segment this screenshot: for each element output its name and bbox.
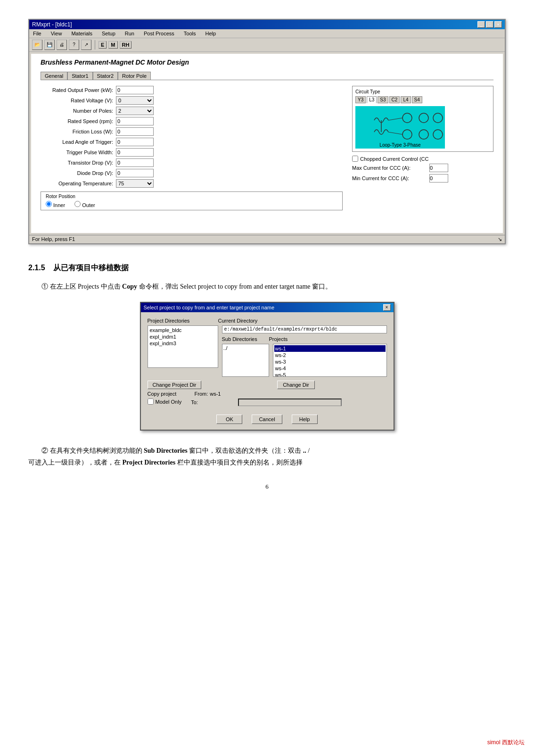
close-btn[interactable]: × [494,21,502,28]
step2-bold2: .. [303,447,306,454]
step2-mid: 窗口中，双击欲选的文件夹（注：双击 [189,447,301,454]
to-input[interactable] [238,399,342,406]
tab-stator2[interactable]: Stator2 [93,72,118,80]
input-rated-output-power[interactable] [116,86,154,94]
radio-outer[interactable]: Outer [74,201,95,208]
project-item-1[interactable]: ws-2 [274,352,386,358]
toolbar-cursor[interactable]: ↗ [81,40,91,50]
label-friction-loss: Friction Loss (W): [41,129,116,134]
project-item-4[interactable]: ws-5 [274,372,386,377]
change-dir-btn[interactable]: Change Dir [277,381,315,389]
radio-inner-input[interactable] [46,201,52,207]
menu-postprocess[interactable]: Post Process [142,30,176,37]
dialog-title: Select project to copy from and enter ta… [144,305,275,310]
help-btn[interactable]: Help [292,415,318,424]
menu-tools[interactable]: Tools [182,30,198,37]
dialog-close-btn[interactable]: × [383,304,391,311]
chopped-current-checkbox[interactable] [352,156,358,162]
proj-dir-item-0[interactable]: example_bldc [149,327,217,333]
model-to-container: Model Only To: [148,399,387,411]
radio-outer-input[interactable] [74,201,81,207]
circuit-tab-s4[interactable]: S4 [412,96,422,103]
form-right: Circuit Type Y3 L3 S3 C2 L4 S4 [352,86,493,210]
select-num-poles[interactable]: 2 [116,107,154,115]
toolbar-rh-label[interactable]: RH [120,41,132,49]
to-label: To: [191,399,238,405]
cancel-btn[interactable]: Cancel [252,415,282,424]
circuit-tab-l3[interactable]: L3 [367,96,377,103]
copy-from-label: From: [195,391,208,397]
inner-label: Inner [53,202,65,208]
rotor-position-label: Rotor Position [46,194,337,199]
label-rated-voltage: Rated Voltage (V): [41,98,116,103]
input-friction-loss[interactable] [116,127,154,136]
select-operating-temp[interactable]: 75 [116,179,154,188]
circuit-tabs: Y3 L3 S3 C2 L4 S4 [355,96,490,103]
form-left: Rated Output Power (kW): Rated Voltage (… [41,86,343,210]
proj-dir-item-2[interactable]: expl_indm3 [149,340,217,347]
project-item-3[interactable]: ws-4 [274,365,386,372]
window-titlebar: RMxprt - [bldc1] _ □ × [29,20,505,29]
subdirs-label: Sub Directories [222,336,269,342]
ok-btn[interactable]: OK [216,415,242,424]
menu-materials[interactable]: Materials [69,30,94,37]
toolbar-save[interactable]: 💾 [44,40,55,50]
step2-bold1: Sub Directories [144,447,188,454]
input-diode-drop[interactable] [116,169,154,177]
toolbar-question[interactable]: ? [69,40,79,50]
to-col: To: [191,399,386,411]
toolbar-m-label[interactable]: M [108,41,117,49]
circuit-tab-l4[interactable]: L4 [401,96,411,103]
subdir-item-0[interactable]: ../ [223,345,268,351]
bottom-text: ② 在具有文件夹结构树浏览功能的 Sub Directories 窗口中，双击欲… [28,445,506,468]
copy-project-row: Copy project From: ws-1 [148,391,387,397]
subdirs-list[interactable]: ../ [222,344,269,377]
proj-dir-item-1[interactable]: expl_indm1 [149,333,217,340]
to-row: To: [191,399,386,406]
label-lead-angle: Lead Angle of Trigger: [41,139,116,145]
menu-bar: File View Materials Setup Run Post Proce… [29,29,505,38]
field-rated-voltage: Rated Voltage (V): 0 [41,96,343,105]
max-current-input[interactable] [429,164,448,172]
circuit-tab-y3[interactable]: Y3 [355,96,366,103]
menu-help[interactable]: Help [203,30,218,37]
outer-label: Outer [82,202,95,208]
radio-inner[interactable]: Inner [46,201,65,208]
toolbar-open[interactable]: 📂 [32,40,42,50]
form-layout: Rated Output Power (kW): Rated Voltage (… [41,86,493,210]
project-item-0[interactable]: ws-1 [274,345,386,352]
change-buttons-row: Change Project Dir Change Dir [148,381,387,389]
projects-list[interactable]: ws-1 ws-2 ws-3 ws-4 ws-5 [273,344,387,377]
project-item-2[interactable]: ws-3 [274,358,386,365]
select-rated-voltage[interactable]: 0 [116,96,154,105]
toolbar-print[interactable]: 🖨 [57,40,67,50]
project-dirs-list[interactable]: example_bldc expl_indm1 expl_indm3 [148,325,218,368]
tab-rotorpole[interactable]: Rotor Pole [118,72,151,80]
menu-run[interactable]: Run [123,30,136,37]
label-trigger-pulse: Trigger Pulse Width: [41,150,116,155]
maximize-btn[interactable]: □ [486,21,493,28]
section-heading: 2.1.5 从已有项目中移植数据 [28,263,506,273]
model-only-col: Model Only [148,399,182,407]
input-transistor-drop[interactable] [116,158,154,167]
circuit-tab-s3[interactable]: S3 [378,96,388,103]
min-current-input[interactable] [429,174,448,183]
menu-setup[interactable]: Setup [100,30,117,37]
model-only-checkbox[interactable] [148,399,154,405]
change-project-dir-btn[interactable]: Change Project Dir [148,381,202,389]
page-number: 6 [28,483,506,490]
circuit-tab-c2[interactable]: C2 [389,96,400,103]
tab-stator1[interactable]: Stator1 [67,72,92,80]
toolbar-e-label[interactable]: E [99,41,107,49]
input-lead-angle[interactable] [116,138,154,146]
menu-file[interactable]: File [31,30,43,37]
dialog-titlebar: Select project to copy from and enter ta… [141,303,394,312]
input-rated-speed[interactable] [116,117,154,125]
projects-label: Projects [269,336,288,342]
minimize-btn[interactable]: _ [477,21,485,28]
toolbar-separator [95,40,95,50]
input-trigger-pulse[interactable] [116,148,154,157]
tab-general[interactable]: General [41,72,67,80]
menu-view[interactable]: View [49,30,64,37]
window-title: RMxprt - [bldc1] [32,21,72,28]
